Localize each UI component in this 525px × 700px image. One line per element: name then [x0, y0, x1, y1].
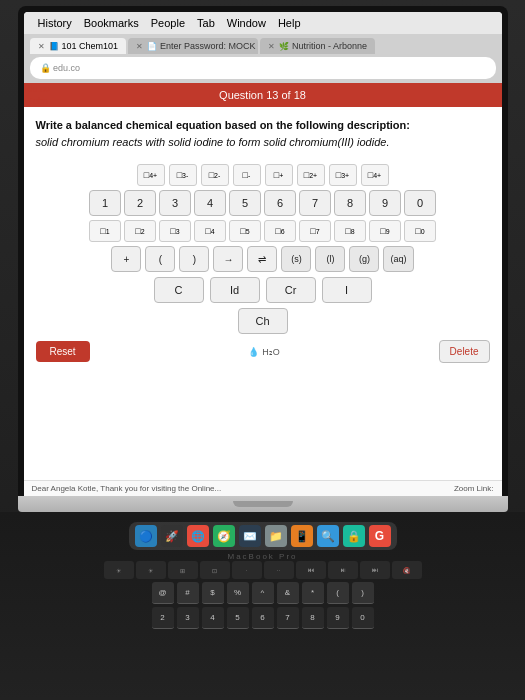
side-link-tube[interactable]: Tube [24, 95, 54, 107]
dock-chrome[interactable]: 🌐 [187, 525, 209, 547]
sup-btn-plus[interactable]: □+ [265, 164, 293, 186]
sup-btn-2minus[interactable]: □2- [201, 164, 229, 186]
kb-asterisk[interactable]: * [302, 582, 324, 604]
tab-close-3[interactable]: ✕ [268, 42, 275, 51]
sub-btn-2[interactable]: □2 [124, 220, 156, 242]
sym-gas[interactable]: (g) [349, 246, 379, 272]
sub-btn-4[interactable]: □4 [194, 220, 226, 242]
num-btn-5[interactable]: 5 [229, 190, 261, 216]
sub-btn-9[interactable]: □9 [369, 220, 401, 242]
kb-amp[interactable]: & [277, 582, 299, 604]
tab-close-2[interactable]: ✕ [136, 42, 143, 51]
num-btn-7[interactable]: 7 [299, 190, 331, 216]
kb-0[interactable]: 0 [352, 607, 374, 629]
tabs-row: ✕ 📘 101 Chem101 ✕ 📄 Enter Password: MOCK… [30, 38, 496, 54]
fn-f5[interactable]: · [232, 561, 262, 579]
sym-open-paren[interactable]: ( [145, 246, 175, 272]
num-btn-9[interactable]: 9 [369, 190, 401, 216]
sup-btn-3minus[interactable]: □3- [169, 164, 197, 186]
sub-btn-6[interactable]: □6 [264, 220, 296, 242]
kb-9[interactable]: 9 [327, 607, 349, 629]
num-btn-3[interactable]: 3 [159, 190, 191, 216]
kb-dollar[interactable]: $ [202, 582, 224, 604]
elem-id[interactable]: Id [210, 277, 260, 303]
sym-arrow[interactable]: → [213, 246, 243, 272]
sym-aqueous[interactable]: (aq) [383, 246, 413, 272]
tab-close-1[interactable]: ✕ [38, 42, 45, 51]
kb-8[interactable]: 8 [302, 607, 324, 629]
kb-close-p[interactable]: ) [352, 582, 374, 604]
kb-caret[interactable]: ^ [252, 582, 274, 604]
reset-button[interactable]: Reset [36, 341, 90, 362]
kb-6[interactable]: 6 [252, 607, 274, 629]
kb-percent[interactable]: % [227, 582, 249, 604]
sym-solid[interactable]: (s) [281, 246, 311, 272]
kb-4[interactable]: 4 [202, 607, 224, 629]
dock-launchpad[interactable]: 🚀 [161, 525, 183, 547]
sym-plus[interactable]: + [111, 246, 141, 272]
sym-equilibrium[interactable]: ⇌ [247, 246, 277, 272]
menu-people[interactable]: People [145, 17, 191, 29]
delete-button[interactable]: Delete [439, 340, 490, 363]
dock-search[interactable]: 🔍 [317, 525, 339, 547]
sub-btn-8[interactable]: □8 [334, 220, 366, 242]
url-bar[interactable]: 🔒 edu.co [30, 57, 496, 79]
sup-btn-2plus[interactable]: □2+ [297, 164, 325, 186]
elem-ch[interactable]: Ch [238, 308, 288, 334]
dock-app1[interactable]: 📱 [291, 525, 313, 547]
fn-back[interactable]: ⏮ [296, 561, 326, 579]
sub-btn-7[interactable]: □7 [299, 220, 331, 242]
kb-at[interactable]: @ [152, 582, 174, 604]
sub-btn-1[interactable]: □1 [89, 220, 121, 242]
dock-security[interactable]: 🔒 [343, 525, 365, 547]
tab-chem101[interactable]: ✕ 📘 101 Chem101 [30, 38, 127, 54]
dock-g[interactable]: G [369, 525, 391, 547]
menu-history[interactable]: History [32, 17, 78, 29]
tab-nutrition[interactable]: ✕ 🌿 Nutrition - Arbonne [260, 38, 375, 54]
num-btn-8[interactable]: 8 [334, 190, 366, 216]
sup-btn-blank[interactable]: □- [233, 164, 261, 186]
num-btn-4[interactable]: 4 [194, 190, 226, 216]
menu-help[interactable]: Help [272, 17, 307, 29]
menu-bookmarks[interactable]: Bookmarks [78, 17, 145, 29]
sub-btn-0[interactable]: □0 [404, 220, 436, 242]
elem-cr[interactable]: Cr [266, 277, 316, 303]
sup-btn-4plus[interactable]: □4+ [137, 164, 165, 186]
chem-keyboard: □4+ □3- □2- □- □+ □2+ □3+ □4+ 1 2 3 [24, 160, 502, 480]
fn-fwd[interactable]: ⏭ [360, 561, 390, 579]
sup-btn-3plus[interactable]: □3+ [329, 164, 357, 186]
kb-7[interactable]: 7 [277, 607, 299, 629]
menu-tab[interactable]: Tab [191, 17, 221, 29]
num-btn-0[interactable]: 0 [404, 190, 436, 216]
num-btn-1[interactable]: 1 [89, 190, 121, 216]
dock-files[interactable]: 📁 [265, 525, 287, 547]
sym-close-paren[interactable]: ) [179, 246, 209, 272]
tab-password[interactable]: ✕ 📄 Enter Password: MOCK TEST [128, 38, 258, 54]
fn-brightness-down[interactable]: ☀ [104, 561, 134, 579]
kb-5[interactable]: 5 [227, 607, 249, 629]
num-btn-2[interactable]: 2 [124, 190, 156, 216]
elem-c[interactable]: C [154, 277, 204, 303]
kb-open-p[interactable]: ( [327, 582, 349, 604]
fn-f6[interactable]: ·· [264, 561, 294, 579]
num-btn-6[interactable]: 6 [264, 190, 296, 216]
menu-window[interactable]: Window [221, 17, 272, 29]
sym-liquid[interactable]: (l) [315, 246, 345, 272]
elem-i[interactable]: I [322, 277, 372, 303]
fn-play[interactable]: ⏯ [328, 561, 358, 579]
kb-3[interactable]: 3 [177, 607, 199, 629]
fn-mission[interactable]: ⊞ [168, 561, 198, 579]
fn-launchpad[interactable]: ⊡ [200, 561, 230, 579]
dock-mail[interactable]: ✉️ [239, 525, 261, 547]
sub-btn-3[interactable]: □3 [159, 220, 191, 242]
bottom-row: Reset 💧 H₂O Delete [32, 340, 494, 363]
fn-brightness-up[interactable]: ☀ [136, 561, 166, 579]
fn-mute[interactable]: 🔇 [392, 561, 422, 579]
sub-btn-5[interactable]: □5 [229, 220, 261, 242]
dock-finder[interactable]: 🔵 [135, 525, 157, 547]
sup-btn-4plus2[interactable]: □4+ [361, 164, 389, 186]
side-link-du[interactable]: du.co [24, 83, 54, 95]
kb-2[interactable]: 2 [152, 607, 174, 629]
kb-hash[interactable]: # [177, 582, 199, 604]
dock-safari[interactable]: 🧭 [213, 525, 235, 547]
